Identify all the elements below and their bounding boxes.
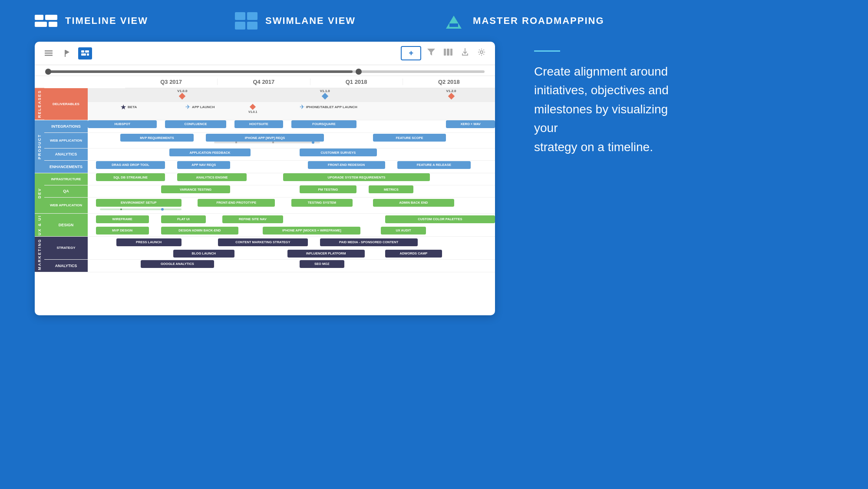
timeline-icon [35,12,57,30]
bar-xero[interactable]: XERO + WAV [446,120,495,128]
milestones-row: V1.0.0 V1.1.0 V1.2.0 [88,88,495,102]
timeline-slider[interactable] [35,65,495,76]
list-view-btn[interactable] [42,47,56,59]
svg-point-23 [480,51,483,53]
filter-btn[interactable] [425,47,438,59]
columns-btn[interactable] [441,47,455,59]
analytics-grid: APPLICATION FEEDBACK CUSTOMER SURVEYS [88,149,495,160]
mktg-analytics-grid: GOOGLE ANALYTICS SEO MOZ [88,260,495,271]
bar-env-setup[interactable]: ENVIRONMENT SETUP [96,199,182,207]
bar-app-nav[interactable]: APP NAV REQS [177,161,230,169]
svg-rect-21 [447,49,449,56]
qa-label: QA [44,185,88,197]
bar-drag-drop[interactable]: DRAG AND DROP TOOL [96,161,165,169]
bar-refine-nav[interactable]: REFINE SITE NAV [222,215,284,223]
swimlane-icon [235,12,257,30]
qa-grid: VARIANCE TESTING PM TESTING METRICS [88,185,495,197]
slider-thumb-right[interactable] [356,69,362,75]
section-product: PRODUCT INTEGRATIONS HUBSPOT CONFLUENCE … [35,120,495,173]
envsetup-subbar [100,208,182,210]
bar-ux-audit[interactable]: UX AUDIT [381,227,426,235]
bar-iphone-reqs[interactable]: IPHONE APP [MVP] REQS [206,134,324,142]
dev-infra-row: INFRASTRUCTURE SQL DB STREAMLINE ANALYTI… [44,173,495,185]
bar-blog-launch[interactable]: BLOG LAUNCH [173,250,234,258]
settings-btn[interactable] [475,46,488,60]
bar-adwords[interactable]: ADWORDS CAMP [385,250,442,258]
bar-google-analytics[interactable]: GOOGLE ANALYTICS [141,260,214,268]
quarter-q3-2017: Q3 2017 [125,79,218,85]
bar-iphone-mocks[interactable]: IPHONE APP [MOCKS + WIREFRAME] [263,227,360,235]
design-label: DESIGN [44,214,88,236]
roadmap-panel: + [35,42,495,315]
bar-customer-surveys[interactable]: CUSTOMER SURVEYS [300,149,377,156]
webapp-label: WEB APPLICATION [44,133,88,148]
strategy-grid: PRESS LAUNCH CONTENT MARKETING STRATEGY … [88,237,495,259]
dev-webapp-grid: ENVIRONMENT SETUP FRONT-END PROTOTYPE TE… [88,198,495,213]
nav-timeline-label: TIMELINE VIEW [65,15,148,26]
deliverables-label: DELIVERABLES [44,88,88,120]
bar-foursquare[interactable]: FOURSQUARE [291,120,356,128]
bar-seo-moz[interactable]: SEO MOZ [300,260,344,268]
design-grid: WIREFRAME FLAT UI REFINE SITE NAV CUSTOM… [88,214,495,236]
bar-color-palettes[interactable]: CUSTOM COLOR PALETTES [385,215,495,223]
diamond-v110 [321,93,328,100]
bar-press-launch[interactable]: PRESS LAUNCH [116,238,182,246]
grid-view-btn[interactable] [78,47,92,59]
nav-swimlane-label: SWIMLANE VIEW [265,15,356,26]
bar-feature-release[interactable]: FEATURE A RELEASE [397,161,471,169]
svg-rect-7 [247,22,257,30]
bar-app-feedback[interactable]: APPLICATION FEEDBACK [169,149,251,156]
diamond-v100 [179,93,186,100]
export-btn[interactable] [459,46,472,60]
bar-paid-media[interactable]: PAID MEDIA - SPONSORED CONTENT [320,238,418,246]
bar-mvp-reqs[interactable]: MVP REQUIREMENTS [120,134,194,142]
slider-thumb-left[interactable] [45,69,51,75]
bar-influencer[interactable]: INFLUENCER PLATFORM [287,250,365,258]
bar-upgrade-sys[interactable]: UPGRADE SYSTEM REQUIREMENTS [283,173,430,181]
svg-rect-4 [235,12,245,20]
bar-frontend-redesign[interactable]: FRONT-END REDESIGN [308,161,385,169]
bar-design-admin[interactable]: DESIGN ADMIN BACK-END [161,227,238,235]
releases-content: V1.0.0 V1.1.0 V1.2.0 [88,88,495,120]
bar-testing-sys[interactable]: TESTING SYSTEM [291,199,353,207]
toolbar-left [42,47,396,59]
bar-sqldb[interactable]: SQL DB STREAMLINE [96,173,165,181]
top-navigation: TIMELINE VIEW SWIMLANE VIEW MASTER ROADM… [0,0,868,42]
nav-swimlane[interactable]: SWIMLANE VIEW [235,12,356,30]
bar-hootsuite[interactable]: HOOTSUITE [234,120,284,128]
bar-content-mktg[interactable]: CONTENT MARKETING STRATEGY [218,238,307,246]
integrations-grid: HUBSPOT CONFLUENCE HOOTSUITE FOURSQUARE … [88,120,495,132]
nav-master[interactable]: MASTER ROADMAPPING [442,12,604,30]
bar-feature-scope[interactable]: FEATURE SCOPE [373,134,446,142]
bar-metrics[interactable]: METRICS [369,185,413,193]
svg-rect-14 [65,50,66,57]
milestone-track: V1.0.0 V1.1.0 V1.2.0 [88,88,495,102]
bar-flat-ui[interactable]: FLAT UI [161,215,206,223]
dev-qa-row: QA VARIANCE TESTING PM TESTING METRICS [44,185,495,198]
analytics-label: ANALYTICS [44,149,88,160]
bar-pm-testing[interactable]: PM TESTING [300,185,356,193]
design-row1: DESIGN WIREFRAME FLAT UI REFINE SITE NAV… [44,214,495,236]
svg-rect-17 [85,50,89,53]
svg-rect-2 [35,22,47,27]
bar-analytics-engine[interactable]: ANALYTICS ENGINE [177,173,246,181]
bar-wireframe[interactable]: WIREFRAME [96,215,149,223]
flag-view-btn[interactable] [60,47,74,59]
nav-timeline[interactable]: TIMELINE VIEW [35,12,148,30]
event-track: ★ BETA ✈ APP LAUNCH V1.0.1 [88,102,495,114]
bar-variance[interactable]: VARIANCE TESTING [161,185,230,193]
svg-rect-12 [45,53,53,54]
product-label: PRODUCT [35,120,44,173]
bar-admin-back[interactable]: ADMIN BACK END [373,199,455,207]
event-v101: V1.0.1 [251,105,255,109]
bar-mvp-design[interactable]: MVP DESIGN [96,227,149,235]
events-row: ★ BETA ✈ APP LAUNCH V1.0.1 [88,102,495,114]
bar-confluence[interactable]: CONFLUENCE [165,120,226,128]
svg-rect-22 [450,49,452,56]
marketing-rows: STRATEGY PRESS LAUNCH CONTENT MARKETING … [44,237,495,272]
bar-hubspot[interactable]: HUBSPOT [88,120,157,128]
add-button[interactable]: + [401,46,421,60]
dev-webapp-row: WEB APPLICATION ENVIRONMENT SETUP FRONT-… [44,198,495,213]
bar-frontend-proto[interactable]: FRONT-END PROTOTYPE [198,199,275,207]
svg-rect-20 [444,49,446,56]
